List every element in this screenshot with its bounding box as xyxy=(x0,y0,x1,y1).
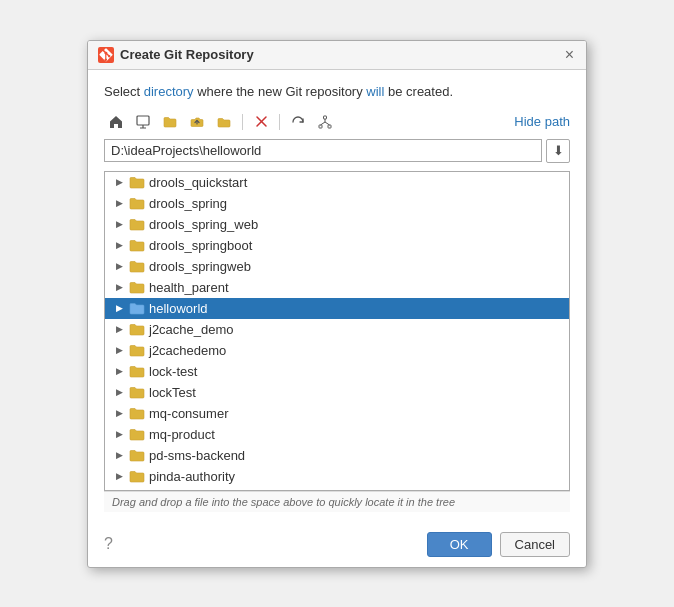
tree-item[interactable]: ▶ drools_springboot xyxy=(105,235,569,256)
tree-expand-arrow: ▶ xyxy=(113,261,125,271)
desktop-button[interactable] xyxy=(131,111,155,133)
tree-item-label: helloworld xyxy=(149,301,208,316)
dialog-title: Create Git Repository xyxy=(120,47,254,62)
folder-icon xyxy=(129,175,145,189)
tree-item-label: drools_springweb xyxy=(149,259,251,274)
tree-item-label: drools_spring xyxy=(149,196,227,211)
expand-button[interactable] xyxy=(212,111,236,133)
tree-item-label: lockTest xyxy=(149,385,196,400)
folder-icon xyxy=(129,385,145,399)
tree-item-label: mq-consumer xyxy=(149,406,228,421)
home-icon xyxy=(109,115,123,129)
description: Select directory where the new Git repos… xyxy=(104,84,570,99)
expand-icon xyxy=(217,115,231,129)
close-button[interactable]: × xyxy=(563,47,576,63)
ok-button[interactable]: OK xyxy=(427,532,492,557)
cancel-button[interactable]: Cancel xyxy=(500,532,570,557)
svg-rect-1 xyxy=(137,116,149,125)
tree-expand-arrow: ▶ xyxy=(113,219,125,229)
svg-rect-7 xyxy=(319,125,322,128)
new-folder-button[interactable] xyxy=(158,111,182,133)
folder-icon xyxy=(129,196,145,210)
toolbar-separator xyxy=(242,114,243,130)
tree-item[interactable]: ▶ mq-consumer xyxy=(105,403,569,424)
tree-item[interactable]: ▶ helloworld xyxy=(105,298,569,319)
refresh-icon xyxy=(291,115,305,129)
drop-hint: Drag and drop a file into the space abov… xyxy=(104,491,570,512)
tree-item[interactable]: ▶ drools_spring xyxy=(105,193,569,214)
tree-item-label: drools_spring_web xyxy=(149,217,258,232)
folder-icon xyxy=(129,217,145,231)
tree-expand-arrow: ▶ xyxy=(113,324,125,334)
tree-item[interactable]: ▶ j2cache_demo xyxy=(105,319,569,340)
path-input[interactable] xyxy=(104,139,542,162)
tree-expand-arrow: ▶ xyxy=(113,198,125,208)
folder-icon xyxy=(129,490,145,491)
folder-icon xyxy=(129,406,145,420)
dialog-footer: ? OK Cancel xyxy=(88,522,586,567)
tree-expand-arrow: ▶ xyxy=(113,345,125,355)
footer-buttons: OK Cancel xyxy=(427,532,570,557)
folder-icon xyxy=(129,343,145,357)
tree-item[interactable]: ▶ pd-sms-backend xyxy=(105,445,569,466)
toolbar: Hide path xyxy=(104,111,570,133)
tree-item-label: j2cache_demo xyxy=(149,322,234,337)
toolbar-separator2 xyxy=(279,114,280,130)
hide-path-link[interactable]: Hide path xyxy=(514,114,570,129)
tree-item[interactable]: ▶ pinda-tms-java xyxy=(105,487,569,491)
refresh-button[interactable] xyxy=(286,111,310,133)
folder-icon xyxy=(129,448,145,462)
tree-item[interactable]: ▶ mq-product xyxy=(105,424,569,445)
desc-keyword2: will xyxy=(366,84,384,99)
tree-expand-arrow: ▶ xyxy=(113,429,125,439)
desc-keyword1: directory xyxy=(144,84,194,99)
tree-expand-arrow: ▶ xyxy=(113,303,125,313)
tree-expand-arrow: ▶ xyxy=(113,450,125,460)
tree-expand-arrow: ▶ xyxy=(113,177,125,187)
tree-item-label: drools_springboot xyxy=(149,238,252,253)
tree-item[interactable]: ▶ health_parent xyxy=(105,277,569,298)
folder-icon xyxy=(129,427,145,441)
desc-text-before: Select xyxy=(104,84,144,99)
title-bar: Create Git Repository × xyxy=(88,41,586,70)
tree-item-label: pinda-tms-java xyxy=(149,490,234,491)
tree-expand-arrow: ▶ xyxy=(113,366,125,376)
nav-up-icon xyxy=(190,115,204,129)
tree-item[interactable]: ▶ drools_quickstart xyxy=(105,172,569,193)
tree-item-label: health_parent xyxy=(149,280,229,295)
delete-button[interactable] xyxy=(249,111,273,133)
tree-item[interactable]: ▶ lockTest xyxy=(105,382,569,403)
title-bar-left: Create Git Repository xyxy=(98,47,254,63)
tree-expand-arrow: ▶ xyxy=(113,240,125,250)
tree-item-label: pinda-authority xyxy=(149,469,235,484)
folder-icon xyxy=(129,322,145,336)
nav-up-button[interactable] xyxy=(185,111,209,133)
download-icon: ⬇ xyxy=(553,143,564,158)
svg-line-10 xyxy=(321,122,326,125)
file-tree[interactable]: ▶ drools_quickstart▶ drools_spring▶ droo… xyxy=(104,171,570,491)
tree-item[interactable]: ▶ drools_springweb xyxy=(105,256,569,277)
toolbar-left xyxy=(104,111,337,133)
svg-rect-8 xyxy=(328,125,331,128)
folder-icon xyxy=(129,280,145,294)
folder-icon xyxy=(129,301,145,315)
folder-icon xyxy=(129,364,145,378)
dialog-body: Select directory where the new Git repos… xyxy=(88,70,586,522)
home-button[interactable] xyxy=(104,111,128,133)
folder-icon xyxy=(129,469,145,483)
tree-expand-arrow: ▶ xyxy=(113,471,125,481)
path-browse-button[interactable]: ⬇ xyxy=(546,139,570,163)
tree-item[interactable]: ▶ pinda-authority xyxy=(105,466,569,487)
desc-text-after: be created. xyxy=(384,84,453,99)
tree-expand-arrow: ▶ xyxy=(113,408,125,418)
network-button[interactable] xyxy=(313,111,337,133)
tree-item[interactable]: ▶ drools_spring_web xyxy=(105,214,569,235)
tree-item[interactable]: ▶ j2cachedemo xyxy=(105,340,569,361)
tree-item-label: drools_quickstart xyxy=(149,175,247,190)
help-button[interactable]: ? xyxy=(104,535,113,553)
tree-expand-arrow: ▶ xyxy=(113,282,125,292)
folder-icon xyxy=(129,238,145,252)
tree-item-label: j2cachedemo xyxy=(149,343,226,358)
tree-item-label: lock-test xyxy=(149,364,197,379)
tree-item[interactable]: ▶ lock-test xyxy=(105,361,569,382)
